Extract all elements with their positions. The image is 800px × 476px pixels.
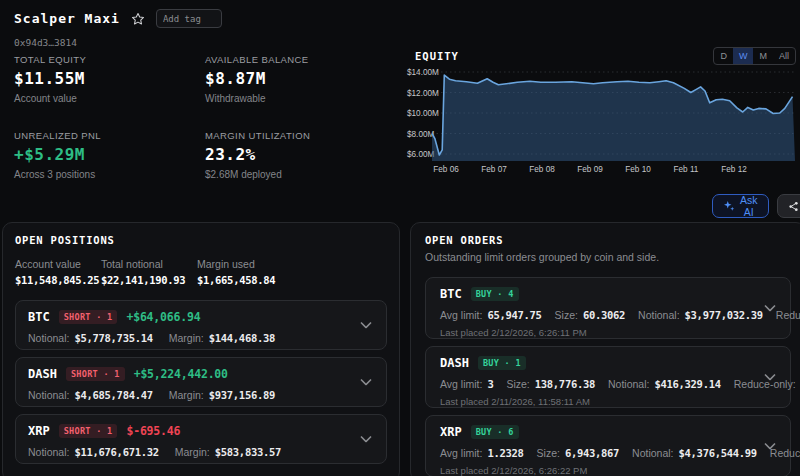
open-positions-title: OPEN POSITIONS xyxy=(15,234,387,246)
notional-field: Notional:$4,376,544.99 xyxy=(632,447,757,459)
open-orders-subtitle: Outstanding limit orders grouped by coin… xyxy=(425,251,791,263)
notional-field: Notional:$11,676,671.32 xyxy=(28,446,159,458)
size-label: Size: xyxy=(537,447,560,459)
summary-label: Total notional xyxy=(101,258,197,270)
stat-sub: Across 3 positions xyxy=(14,169,205,180)
margin-field: Margin:$583,833.57 xyxy=(175,446,281,458)
coin-label: DASH xyxy=(28,367,57,381)
stat-sub: Withdrawable xyxy=(205,93,394,104)
size-field: Size:60.3062 xyxy=(555,309,626,321)
actions-row: Ask AI Share xyxy=(712,194,800,218)
size-value: 138,776.38 xyxy=(535,378,595,390)
svg-text:Feb 06: Feb 06 xyxy=(433,165,459,174)
svg-text:$6.00M: $6.00M xyxy=(407,150,434,159)
open-positions-panel: OPEN POSITIONS Account value $11,548,845… xyxy=(2,222,400,476)
ask-ai-label: Ask AI xyxy=(740,194,758,218)
last-placed-timestamp: Last placed 2/12/2026, 6:26:22 PM xyxy=(440,465,776,476)
margin-label: Margin: xyxy=(175,446,210,458)
summary-account-value: Account value $11,548,845.25 xyxy=(15,258,101,286)
avg-limit-field: Avg limit:65,947.75 xyxy=(440,309,542,321)
svg-text:Feb 11: Feb 11 xyxy=(674,165,699,174)
notional-value: $4,685,784.47 xyxy=(74,389,152,401)
margin-field: Margin:$937,156.89 xyxy=(169,389,275,401)
notional-value: $11,676,671.32 xyxy=(74,446,158,458)
position-card-xrp[interactable]: XRPSHORT · 1$-695.46Notional:$11,676,671… xyxy=(15,414,387,464)
svg-text:Feb 07: Feb 07 xyxy=(481,165,507,174)
stat-label: UNREALIZED PNL xyxy=(14,130,205,141)
chevron-down-icon[interactable] xyxy=(360,322,372,329)
stat-total-equity: TOTAL EQUITY $11.55M Account value xyxy=(14,54,205,104)
last-placed-timestamp: Last placed 2/12/2026, 6:26:11 PM xyxy=(440,327,776,338)
summary-label: Margin used xyxy=(197,258,275,270)
stat-label: TOTAL EQUITY xyxy=(14,54,205,65)
stat-label: MARGIN UTILIZATION xyxy=(205,130,394,141)
orders-list: BTCBUY · 4Avg limit:65,947.75Size:60.306… xyxy=(425,277,791,476)
order-card-btc[interactable]: BTCBUY · 4Avg limit:65,947.75Size:60.306… xyxy=(425,277,791,339)
coin-label: XRP xyxy=(440,425,462,439)
margin-label: Margin: xyxy=(169,389,204,401)
pnl-value: +$5,224,442.00 xyxy=(134,367,228,381)
chevron-down-icon[interactable] xyxy=(764,374,776,381)
margin-field: Margin:$144,468.38 xyxy=(169,332,275,344)
avg-limit-label: Avg limit: xyxy=(440,447,482,459)
chevron-down-icon[interactable] xyxy=(764,443,776,450)
sparkle-icon xyxy=(723,200,735,212)
stats-grid: TOTAL EQUITY $11.55M Account value AVAIL… xyxy=(14,54,394,180)
summary-label: Account value xyxy=(15,258,101,270)
stat-value: $8.87M xyxy=(205,69,394,88)
share-button[interactable]: Share xyxy=(777,194,800,218)
side-badge: SHORT · 1 xyxy=(59,310,118,324)
notional-field: Notional:$3,977,032.39 xyxy=(638,309,763,321)
side-badge: BUY · 1 xyxy=(478,356,526,370)
side-badge: SHORT · 1 xyxy=(59,424,118,438)
margin-value: $937,156.89 xyxy=(209,389,275,401)
side-badge: BUY · 6 xyxy=(471,425,519,439)
svg-text:Feb 09: Feb 09 xyxy=(577,165,603,174)
stat-sub: Account value xyxy=(14,93,205,104)
notional-label: Notional: xyxy=(632,447,673,459)
coin-label: XRP xyxy=(28,424,50,438)
position-card-btc[interactable]: BTCSHORT · 1+$64,066.94Notional:$5,778,7… xyxy=(15,300,387,350)
size-label: Size: xyxy=(506,378,529,390)
favorite-star-icon[interactable] xyxy=(131,12,145,26)
notional-field: Notional:$4,685,784.47 xyxy=(28,389,153,401)
chart-title: EQUITY xyxy=(415,50,459,62)
reduce-only-label: Reduce-only: xyxy=(776,309,800,321)
notional-label: Notional: xyxy=(28,332,69,344)
add-tag-input[interactable] xyxy=(156,9,222,28)
stat-value: $11.55M xyxy=(14,69,205,88)
notional-value: $4,376,544.99 xyxy=(679,447,757,459)
reduce-only-field: Reduce-only:1 xyxy=(776,309,800,321)
stat-sub: $2.68M deployed xyxy=(205,169,394,180)
order-card-xrp[interactable]: XRPBUY · 6Avg limit:1.2328Size:6,943,867… xyxy=(425,415,791,476)
pnl-value: $-695.46 xyxy=(126,424,180,438)
avg-limit-field: Avg limit:3 xyxy=(440,378,493,390)
coin-label: BTC xyxy=(28,310,50,324)
position-card-dash[interactable]: DASHSHORT · 1+$5,224,442.00Notional:$4,6… xyxy=(15,357,387,407)
account-header: Scalper Maxi xyxy=(14,9,222,28)
margin-label: Margin: xyxy=(169,332,204,344)
stat-value: 23.2% xyxy=(205,145,394,164)
svg-text:$8.00M: $8.00M xyxy=(407,130,434,139)
equity-chart: $14.00M$12.00M$10.00M$8.00M$6.00MFeb 06F… xyxy=(406,62,798,178)
stat-margin-utilization: MARGIN UTILIZATION 23.2% $2.68M deployed xyxy=(205,130,394,180)
avg-limit-field: Avg limit:1.2328 xyxy=(440,447,524,459)
svg-text:Feb 12: Feb 12 xyxy=(721,165,747,174)
svg-text:$10.00M: $10.00M xyxy=(407,109,439,118)
summary-value: $22,141,190.93 xyxy=(101,274,197,286)
avg-limit-label: Avg limit: xyxy=(440,309,482,321)
order-card-dash[interactable]: DASHBUY · 1Avg limit:3Size:138,776.38Not… xyxy=(425,346,791,408)
ask-ai-button[interactable]: Ask AI xyxy=(712,194,769,218)
chevron-down-icon[interactable] xyxy=(764,305,776,312)
notional-label: Notional: xyxy=(28,389,69,401)
chevron-down-icon[interactable] xyxy=(360,379,372,386)
chevron-down-icon[interactable] xyxy=(360,436,372,443)
notional-value: $5,778,735.14 xyxy=(74,332,152,344)
margin-value: $144,468.38 xyxy=(209,332,275,344)
notional-value: $3,977,032.39 xyxy=(685,309,763,321)
stat-unrealized-pnl: UNREALIZED PNL +$5.29M Across 3 position… xyxy=(14,130,205,180)
notional-label: Notional: xyxy=(608,378,649,390)
positions-list: BTCSHORT · 1+$64,066.94Notional:$5,778,7… xyxy=(15,300,387,464)
avg-limit-label: Avg limit: xyxy=(440,378,482,390)
open-orders-panel: OPEN ORDERS Outstanding limit orders gro… xyxy=(410,222,800,476)
